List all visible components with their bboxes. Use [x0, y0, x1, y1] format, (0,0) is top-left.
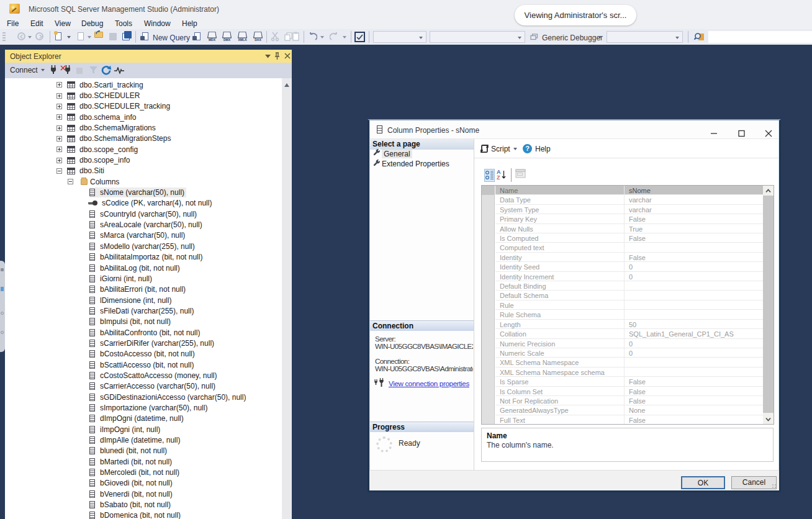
svg-text:Z: Z: [497, 174, 500, 181]
